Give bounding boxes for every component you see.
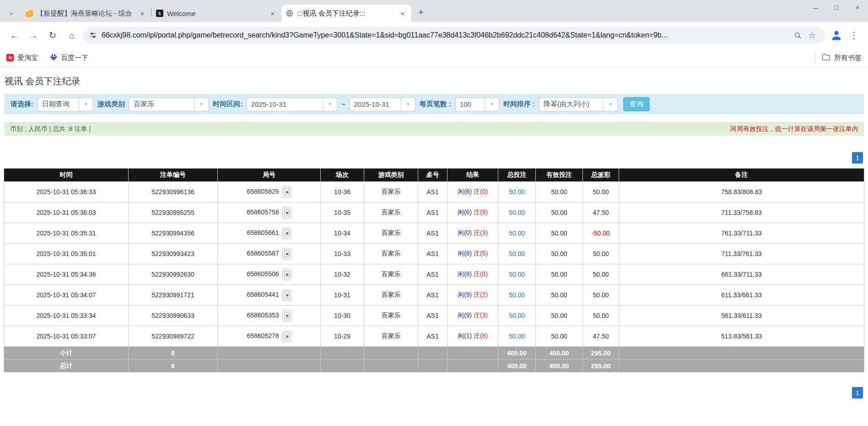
result-banker: 庄(0): [474, 188, 488, 195]
cell-note: 661.33/711.33: [619, 264, 864, 285]
reload-button[interactable]: [43, 26, 62, 44]
cell-subtotal-valid-bet: 400.00: [536, 347, 583, 360]
result-banker: 庄(5): [474, 250, 488, 257]
game-result-card-icon[interactable]: [282, 331, 291, 342]
cell-time: 2025-10-31 05:35:31: [4, 223, 129, 244]
forward-button[interactable]: [24, 26, 43, 44]
pagination-page-1[interactable]: 1: [852, 152, 863, 164]
cell-total-bet[interactable]: 50.00: [498, 306, 536, 326]
cell-total-note: [619, 360, 864, 372]
result-banker: 庄(3): [474, 311, 488, 319]
cell-session: 10-29: [321, 326, 364, 347]
maximize-button[interactable]: [826, 0, 847, 15]
cell-note: 561.33/611.33: [619, 306, 864, 326]
column-header-result: 结果: [447, 169, 498, 182]
cell-time: 2025-10-31 05:34:07: [4, 285, 129, 306]
profile-avatar[interactable]: [829, 27, 844, 43]
cell-time: 2025-10-31 05:36:03: [4, 202, 129, 223]
svg-text:du: du: [53, 57, 54, 59]
chevron-down-icon: [485, 98, 499, 111]
result-player: 闲(9): [458, 291, 472, 298]
minimize-button[interactable]: [805, 0, 826, 15]
cell-bet-id: 522930989722: [129, 326, 218, 347]
cell-valid-bet: 50.00: [536, 223, 583, 244]
menu-kebab-button[interactable]: [844, 26, 863, 44]
game-result-card-icon[interactable]: [282, 289, 291, 301]
back-button[interactable]: [5, 26, 24, 44]
game-result-card-icon[interactable]: [282, 310, 291, 322]
tab-title: :::视讯 会员下注纪录:::: [297, 9, 395, 18]
cell-note: 711.33/761.33: [619, 244, 864, 264]
cell-round-id: 658605506: [218, 264, 321, 285]
game-type-select[interactable]: 百家乐: [129, 98, 209, 111]
chevron-down-icon: [603, 98, 617, 111]
tab-2[interactable]: Welcome: [151, 5, 281, 22]
cell-result: 闲(8) 庄(5): [447, 244, 498, 264]
cell-total-bet[interactable]: 50.00: [498, 326, 536, 347]
chevron-down-icon: [194, 98, 208, 111]
page-size-select[interactable]: 100: [455, 98, 499, 111]
game-result-card-icon[interactable]: [282, 207, 291, 218]
cell-payout: -50.00: [583, 223, 619, 244]
cell-payout: 50.00: [583, 182, 619, 202]
table-row: 2025-10-31 05:35:31522930994356658605661…: [4, 223, 864, 244]
all-bookmarks-button[interactable]: 所有书签: [822, 54, 862, 62]
plus-icon: [418, 7, 423, 17]
sort-select[interactable]: 降幂(由大到小): [539, 98, 618, 111]
cell-payout: 47.50: [583, 326, 619, 347]
cell-game-type: 百家乐: [364, 223, 418, 244]
tab-close-icon[interactable]: [269, 9, 277, 17]
bookmark-item[interactable]: 爱淘宝: [6, 54, 38, 62]
date-from-value: 2025-10-31: [247, 100, 323, 108]
tab-search-chevron-icon[interactable]: [4, 5, 19, 20]
globe-favicon-icon: [286, 10, 293, 17]
tab-title: 【新提醒】海燕策略论坛 - 综合: [37, 9, 135, 18]
subtotal-row: 小计8400.00400.00295.00: [4, 347, 864, 360]
cell-bet-id: 522930990633: [129, 306, 218, 326]
tab-close-icon[interactable]: [399, 9, 407, 17]
address-bar[interactable]: 66cxkj98.com/ipl/portal.php/game/betreco…: [83, 27, 825, 44]
cell-subtotal-session: [321, 347, 364, 360]
pagination-page-1[interactable]: 1: [852, 387, 863, 399]
cell-total-bet[interactable]: 50.00: [498, 202, 536, 223]
bookmark-item[interactable]: du百度一下: [50, 54, 88, 62]
minimize-icon: [813, 4, 818, 11]
cell-total-bet[interactable]: 50.00: [498, 182, 536, 202]
date-from-select[interactable]: 2025-10-31: [247, 98, 337, 111]
url-text[interactable]: 66cxkj98.com/ipl/portal.php/game/betreco…: [102, 31, 790, 39]
game-result-card-icon[interactable]: [282, 269, 291, 280]
cell-total-bet[interactable]: 50.00: [498, 244, 536, 264]
game-result-card-icon[interactable]: [282, 186, 291, 198]
bookmark-star-icon[interactable]: [805, 28, 819, 43]
tab-3[interactable]: :::视讯 会员下注纪录:::: [281, 5, 411, 22]
cell-total-bet[interactable]: 50.00: [498, 223, 536, 244]
cell-total-count: 8: [129, 360, 218, 372]
column-header-table-id: 桌号: [418, 169, 447, 182]
home-button[interactable]: [62, 26, 81, 44]
column-header-bet-id: 注单编号: [129, 169, 218, 182]
pagination-bottom: 1: [0, 387, 868, 399]
query-type-select[interactable]: 日期查询: [38, 98, 93, 111]
result-player: 闲(0): [458, 229, 472, 236]
cell-total-bet[interactable]: 50.00: [498, 264, 536, 285]
new-tab-button[interactable]: [414, 5, 428, 19]
cell-subtotal-round-id: [218, 347, 321, 360]
cell-session: 10-31: [321, 285, 364, 306]
date-to-select[interactable]: 2025-10-31: [350, 98, 415, 111]
tab-1[interactable]: 【新提醒】海燕策略论坛 - 综合: [21, 5, 151, 22]
zoom-icon[interactable]: [790, 28, 805, 43]
cell-table-id: AS1: [418, 182, 447, 202]
table-row: 2025-10-31 05:36:03522930995255658605758…: [4, 202, 864, 223]
site-settings-icon[interactable]: [89, 31, 97, 39]
game-result-card-icon[interactable]: [282, 248, 291, 260]
cell-total-bet[interactable]: 50.00: [498, 285, 536, 306]
round-number: 658605758: [247, 208, 279, 216]
cell-bet-id: 522930991721: [129, 285, 218, 306]
game-result-card-icon[interactable]: [282, 228, 291, 239]
tab-strip: 【新提醒】海燕策略论坛 - 综合Welcome:::视讯 会员下注纪录:::: [0, 0, 868, 22]
close-button[interactable]: [847, 0, 868, 15]
tab-close-icon[interactable]: [138, 9, 146, 17]
tilde-separator: ~: [341, 100, 345, 108]
table-row: 2025-10-31 05:36:33522930996136658605825…: [4, 182, 864, 202]
search-button[interactable]: 查询: [623, 97, 650, 111]
